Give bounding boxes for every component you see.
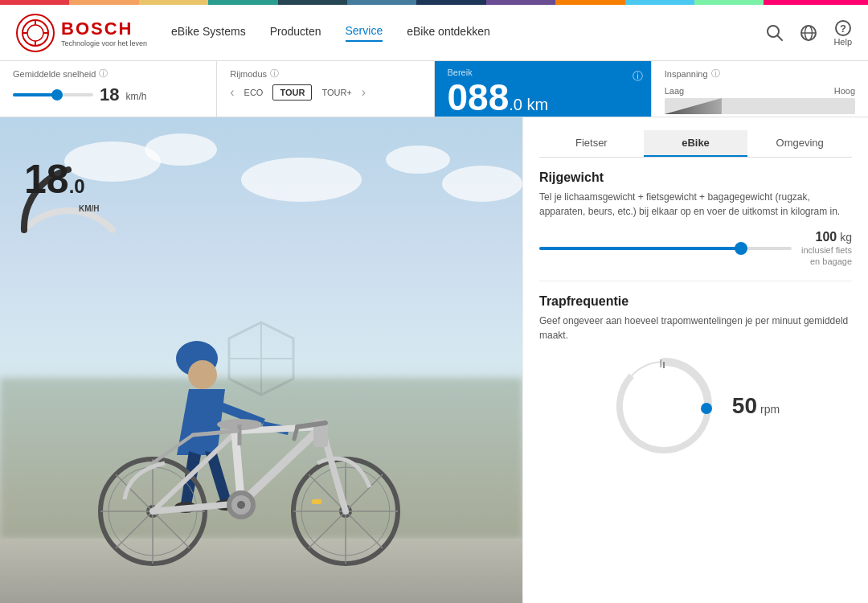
speed-slider-thumb[interactable]	[51, 89, 63, 100]
cloud-2	[145, 133, 217, 166]
mode-next-arrow[interactable]: ›	[362, 85, 366, 100]
speedo-reading: 18.0	[24, 156, 85, 203]
divider-1	[539, 281, 852, 281]
globe-button[interactable]	[800, 24, 817, 42]
mode-tour-button[interactable]: TOUR	[272, 84, 312, 100]
weight-fill	[539, 247, 741, 250]
tab-ebike[interactable]: eBike	[644, 130, 748, 157]
weight-slider[interactable]	[539, 247, 792, 250]
inspanning-low: Laag	[665, 86, 684, 96]
cloud-3	[241, 158, 362, 202]
inspanning-labels: Laag Hoog	[665, 86, 855, 96]
brand-tagline: Technologie voor het leven	[61, 39, 147, 47]
dial-tick-top: |	[660, 359, 662, 367]
weight-sublabel: inclusief fietsen bagage	[801, 244, 852, 268]
inspanning-track	[665, 98, 855, 114]
trapfrequentie-section: Trapfrequentie Geef ongeveer aan hoeveel…	[539, 294, 852, 458]
tab-omgeving[interactable]: Omgeving	[747, 130, 852, 157]
inspanning-label: Inspanning ⓘ	[665, 68, 855, 80]
svg-line-7	[777, 35, 782, 40]
inspanning-info-icon[interactable]: ⓘ	[711, 68, 720, 80]
help-button[interactable]: ? Help	[833, 19, 852, 47]
bike-area: 18.0 KM/H	[0, 117, 522, 603]
search-button[interactable]	[766, 24, 784, 42]
nav-ebike-ontdekken[interactable]: eBike ontdekken	[407, 25, 490, 41]
cloud-5	[442, 166, 522, 202]
rijgewicht-title: Rijgewicht	[539, 170, 852, 185]
ride-mode-row: ‹ ECO TOUR TOUR+ ›	[230, 84, 420, 100]
ride-mode-label: Rijmodus ⓘ	[230, 68, 420, 80]
cloud-4	[386, 146, 450, 174]
trapfrequentie-desc: Geef ongeveer aan hoeveel trapomwentelin…	[539, 314, 852, 343]
brand-text: BOSCH Technologie voor het leven	[61, 18, 147, 47]
bosch-logo-icon	[21, 18, 50, 47]
cadence-value: 50	[732, 393, 757, 419]
weight-thumb[interactable]	[735, 242, 747, 255]
svg-point-44	[237, 501, 245, 509]
bereik-value-row: 088 .0 km	[448, 77, 638, 116]
brand-name: BOSCH	[61, 18, 147, 39]
cadence-dial-svg	[612, 354, 716, 458]
bereik-value: 088	[448, 79, 510, 116]
bereik-info-icon[interactable]: ⓘ	[633, 69, 643, 84]
speedo-value: 18	[24, 157, 69, 202]
speed-row: 18 km/h	[13, 84, 203, 105]
svg-text:?: ?	[840, 23, 846, 35]
search-icon	[766, 24, 784, 42]
svg-point-1	[27, 25, 43, 41]
nav-producten[interactable]: Producten	[270, 25, 321, 41]
ride-mode-cell: Rijmodus ⓘ ‹ ECO TOUR TOUR+ ›	[217, 61, 434, 117]
mode-eco-button[interactable]: ECO	[238, 85, 270, 100]
inspanning-bar: Laag Hoog	[665, 86, 855, 114]
speedo-unit: KM/H	[79, 204, 100, 213]
weight-slider-row: 100 kg inclusief fietsen bagage	[539, 230, 852, 268]
mode-prev-arrow[interactable]: ‹	[230, 85, 234, 100]
speed-info-icon[interactable]: ⓘ	[99, 68, 108, 80]
nav-ebike-systems[interactable]: eBike Systems	[171, 25, 246, 41]
svg-point-53	[701, 403, 712, 414]
help-label: Help	[833, 37, 852, 47]
rijgewicht-section: Rijgewicht Tel je lichaamsgewicht + fiet…	[539, 170, 852, 268]
ride-mode-info-icon[interactable]: ⓘ	[270, 68, 279, 80]
weight-value: 100	[816, 230, 837, 244]
right-panel: Fietser eBike Omgeving Rijgewicht Tel je…	[522, 117, 868, 603]
speed-cell: Gemiddelde snelheid ⓘ 18 km/h	[0, 61, 217, 117]
svg-line-35	[241, 427, 321, 503]
inspanning-fill	[665, 98, 722, 114]
watermark	[221, 318, 301, 402]
inspanning-high: Hoog	[834, 86, 855, 96]
bosch-logo	[16, 14, 55, 52]
trapfrequentie-title: Trapfrequentie	[539, 294, 852, 309]
globe-icon	[800, 24, 817, 42]
watermark-icon	[221, 318, 301, 399]
navbar: BOSCH Technologie voor het leven eBike S…	[0, 5, 868, 61]
speed-value: 18	[100, 84, 119, 105]
weight-unit: kg	[840, 231, 852, 244]
speed-unit: km/h	[125, 91, 146, 102]
weight-value-col: 100 kg inclusief fietsen bagage	[801, 230, 852, 268]
weight-value-row: 100 kg	[816, 230, 853, 244]
cadence-container: | 50 rpm	[539, 354, 852, 458]
tab-fietser[interactable]: Fietser	[539, 130, 644, 157]
speed-slider-fill	[13, 93, 57, 96]
nav-links: eBike Systems Producten Service eBike on…	[171, 24, 766, 42]
speed-label: Gemiddelde snelheid ⓘ	[13, 68, 203, 80]
svg-rect-45	[312, 499, 321, 504]
cadence-unit: rpm	[760, 403, 780, 416]
nav-service[interactable]: Service	[346, 24, 383, 42]
help-icon: ?	[834, 19, 852, 37]
cadence-dial[interactable]: |	[612, 354, 716, 458]
nav-icons: ? Help	[766, 19, 852, 47]
rijgewicht-desc: Tel je lichaamsgewicht + fietsgewicht + …	[539, 190, 852, 219]
bereik-decimal-unit: .0 km	[509, 96, 548, 114]
speedometer: 18.0 KM/H	[8, 133, 129, 246]
bereik-cell: Bereik 088 .0 km ⓘ	[435, 61, 652, 117]
speedo-decimal: .0	[69, 175, 85, 197]
cadence-value-row: 50 rpm	[732, 393, 780, 419]
speed-slider[interactable]	[13, 93, 93, 96]
bike-svg	[48, 270, 434, 576]
logo-area: BOSCH Technologie voor het leven	[16, 14, 147, 52]
inspanning-cell: Inspanning ⓘ Laag Hoog	[652, 61, 868, 117]
mode-tourplus-button[interactable]: TOUR+	[315, 85, 358, 100]
bike-illustration	[48, 270, 434, 579]
